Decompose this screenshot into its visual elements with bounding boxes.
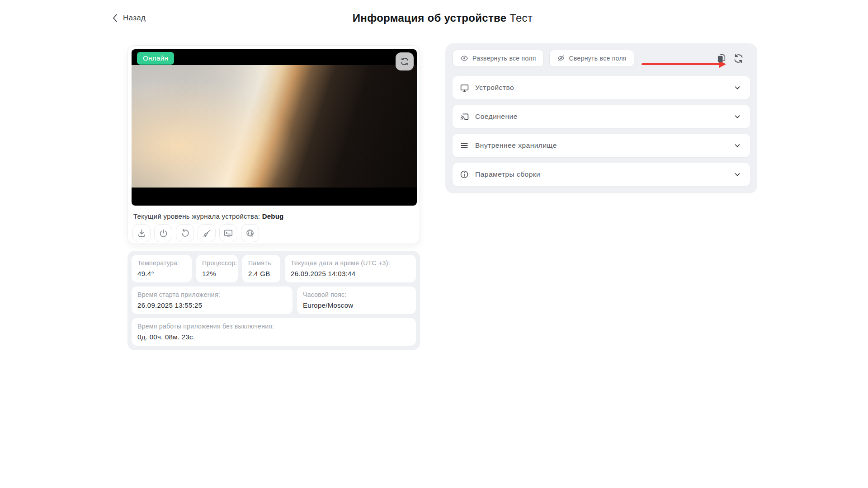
stat-label: Время работы приложения без выключения: [137, 323, 410, 330]
restart-button[interactable] [176, 224, 194, 242]
info-panel-header: Развернуть все поля Свернуть все поля [453, 50, 750, 67]
stream-refresh-button[interactable] [396, 52, 414, 70]
network-check-button[interactable] [241, 224, 259, 242]
expand-all-button[interactable]: Развернуть все поля [453, 50, 544, 67]
stat-value: Europe/Moscow [303, 301, 410, 309]
chevron-left-icon [112, 14, 118, 23]
refresh-icon [733, 53, 744, 64]
section-label: Устройство [475, 84, 514, 92]
terminal-icon [223, 228, 233, 238]
camera-stream-preview: Онлайн [132, 49, 417, 206]
stat-value: 12% [202, 270, 232, 277]
log-level-line: Текущий уровень журнала устройства: Debu… [133, 212, 414, 220]
stats-row-3: Время работы приложения без выключения: … [132, 318, 416, 346]
chevron-down-icon [734, 84, 741, 91]
device-info-page: Назад Информация об устройстве Тест Онла… [0, 0, 868, 488]
section-device[interactable]: Устройство [453, 76, 750, 99]
copy-button[interactable] [715, 52, 728, 65]
copy-icon [717, 53, 726, 63]
section-label: Параметры сборки [475, 170, 540, 178]
broom-icon [202, 229, 212, 238]
power-button[interactable] [154, 224, 172, 242]
restart-icon [180, 229, 190, 238]
section-label: Внутреннее хранилище [475, 141, 557, 150]
stat-label: Текущая дата и время (UTC +3): [291, 259, 410, 267]
section-internal-storage[interactable]: Внутреннее хранилище [453, 134, 750, 157]
stat-label: Температура: [137, 259, 186, 267]
device-stats-panel: Температура: 49.4° Процессор: 12% Память… [127, 251, 420, 350]
stat-temperature: Температура: 49.4° [132, 255, 192, 282]
eye-off-icon [557, 54, 565, 62]
stat-label: Память: [248, 259, 274, 267]
stats-row-2: Время старта приложения: 26.09.2025 13:5… [132, 286, 416, 314]
refresh-icon [400, 57, 409, 66]
stream-frame [132, 65, 417, 188]
power-icon [159, 229, 168, 238]
stat-label: Процессор: [202, 259, 232, 267]
clean-button[interactable] [198, 224, 216, 242]
stat-current-datetime: Текущая дата и время (UTC +3): 26.09.202… [285, 255, 416, 282]
page-title: Информация об устройстве Тест [128, 12, 757, 24]
download-icon [137, 229, 146, 238]
chevron-down-icon [734, 113, 741, 120]
annotation-arrow [642, 61, 726, 68]
device-info-panel: Развернуть все поля Свернуть все поля [445, 43, 757, 193]
stat-uptime: Время работы приложения без выключения: … [132, 318, 416, 346]
section-build-parameters[interactable]: Параметры сборки [453, 163, 750, 186]
stat-memory: Память: 2.4 GB [242, 255, 280, 282]
cast-icon [459, 112, 469, 122]
stat-app-start-time: Время старта приложения: 26.09.2025 13:5… [132, 286, 292, 314]
chevron-down-icon [734, 142, 741, 149]
info-sections-list: Устройство Соединение Внутреннее храни [453, 76, 750, 186]
stat-label: Время старта приложения: [137, 291, 287, 298]
monitor-icon [459, 83, 469, 93]
collapse-all-label: Свернуть все поля [569, 55, 627, 62]
collapse-all-button[interactable]: Свернуть все поля [549, 50, 634, 67]
log-level-value: Debug [262, 212, 284, 220]
stat-value: 26.09.2025 13:55:25 [137, 301, 287, 309]
log-level-label: Текущий уровень журнала устройства: [133, 212, 260, 220]
info-panel-header-icons [715, 52, 745, 65]
section-connection[interactable]: Соединение [453, 105, 750, 128]
stat-cpu: Процессор: 12% [196, 255, 238, 282]
stat-timezone: Часовой пояс: Europe/Moscow [297, 286, 416, 314]
stat-label: Часовой пояс: [303, 291, 410, 298]
stat-value: 49.4° [137, 270, 186, 277]
stat-value: 2.4 GB [248, 270, 274, 277]
expand-all-label: Развернуть все поля [472, 55, 536, 62]
eye-icon [460, 54, 468, 62]
refresh-fields-button[interactable] [732, 52, 745, 65]
info-icon [459, 170, 469, 179]
stat-value: 26.09.2025 14:03:44 [291, 270, 410, 277]
terminal-button[interactable] [219, 224, 237, 242]
device-preview-card: Онлайн Текущий уровень журнала устройств… [127, 45, 420, 244]
annotation-arrow-shaft [642, 63, 720, 65]
storage-icon [459, 141, 469, 150]
device-name: Тест [509, 12, 533, 24]
chevron-down-icon [734, 171, 741, 178]
stat-value: 0д. 00ч. 08м. 23с. [137, 333, 410, 341]
section-label: Соединение [475, 113, 518, 121]
stats-row-1: Температура: 49.4° Процессор: 12% Память… [132, 255, 416, 282]
device-actions-row [132, 224, 416, 242]
page-title-main: Информация об устройстве [353, 12, 507, 24]
globe-question-icon [245, 229, 255, 238]
status-badge: Онлайн [137, 52, 174, 65]
download-logs-button[interactable] [132, 224, 151, 242]
